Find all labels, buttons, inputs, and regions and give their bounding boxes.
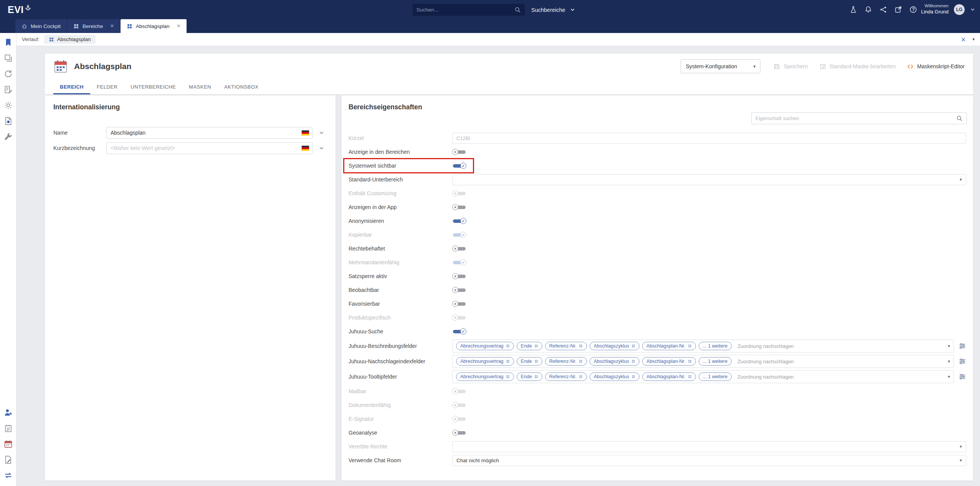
note-icon[interactable]: [4, 424, 13, 433]
juhuuu-beschreibungsfelder-field[interactable]: AbrechnungsvertragEndeReferenz-Nr.Abschl…: [452, 339, 954, 353]
anzeigen-in-der-app-toggle[interactable]: ×: [452, 204, 466, 211]
logo-text: EVI: [8, 4, 24, 15]
property-search-input[interactable]: [755, 115, 956, 121]
user-star-icon[interactable]: [4, 408, 13, 417]
config-dropdown[interactable]: System-Konfiguration ▾: [681, 59, 760, 73]
history-item-abschlagsplan[interactable]: Abschlagsplan: [44, 35, 96, 44]
tab-felder[interactable]: FELDER: [90, 79, 124, 94]
chip-referenz-nr[interactable]: Referenz-Nr.: [545, 357, 587, 366]
chevron-down-icon[interactable]: [319, 145, 324, 151]
juhuuu-tooltipfelder-field[interactable]: AbrechnungsvertragEndeReferenz-Nr.Abschl…: [452, 370, 954, 383]
avatar[interactable]: LG: [954, 4, 965, 15]
systemweit-sichtbar-toggle[interactable]: ✓: [452, 163, 466, 169]
chip-abrechnungsvertrag[interactable]: Abrechnungsvertrag: [456, 372, 514, 381]
maskenskript-editor-button[interactable]: Maskenskript-Editor: [907, 63, 965, 70]
chip-more[interactable]: ... 1 weitere: [699, 357, 732, 366]
tab-aktionsbox[interactable]: AKTIONSBOX: [218, 79, 265, 94]
favorisierbar-toggle[interactable]: ×: [452, 301, 466, 307]
standard-unterbereich-select[interactable]: ▾: [452, 174, 966, 185]
bookmark-icon[interactable]: [4, 38, 13, 47]
toggle-knob: ✓: [460, 259, 466, 265]
chip-abschlagszyklus[interactable]: Abschlagszyklus: [590, 342, 640, 350]
close-icon[interactable]: ×: [177, 23, 180, 29]
chip-more[interactable]: ... 1 weitere: [699, 342, 732, 350]
property-label: Satzsperre aktiv: [349, 273, 452, 279]
sliders-icon[interactable]: [959, 342, 966, 350]
user-menu-chevron-icon[interactable]: [970, 7, 975, 12]
calendar-icon[interactable]: [4, 440, 13, 448]
chip-ende[interactable]: Ende: [517, 357, 542, 366]
close-icon[interactable]: ×: [110, 23, 114, 29]
anonymisieren-toggle[interactable]: ✓: [452, 218, 466, 224]
toggle-knob: ×: [452, 388, 458, 394]
search-scope-dropdown[interactable]: Suchbereiche: [531, 4, 575, 16]
form-edit-icon[interactable]: [4, 85, 13, 94]
chip-more[interactable]: ... 1 weitere: [699, 372, 732, 381]
dokumentenfaehig-toggle: ×: [452, 402, 466, 409]
chip-abschlagszyklus[interactable]: Abschlagszyklus: [590, 357, 640, 366]
property-row-dokumentenfaehig: Dokumentenfähig×: [349, 398, 966, 412]
verwende-chat-room-select[interactable]: Chat nicht möglich▾: [452, 455, 966, 466]
search-icon[interactable]: [514, 7, 521, 13]
chip-abschlagszyklus[interactable]: Abschlagszyklus: [590, 372, 640, 381]
document-edit-icon[interactable]: [4, 455, 13, 464]
chip-referenz-nr[interactable]: Referenz-Nr.: [545, 372, 587, 381]
property-row-systemweit-sichtbar: Systemweit sichtbar✓: [349, 159, 966, 173]
rechtebehaftet-toggle[interactable]: ×: [452, 245, 466, 252]
tab-bereiche[interactable]: Bereiche×: [67, 19, 121, 33]
tab-masken[interactable]: MASKEN: [182, 79, 218, 94]
wrench-icon[interactable]: [4, 132, 13, 141]
geoanalyse-toggle[interactable]: ×: [452, 430, 466, 436]
tab-mein-cockpit[interactable]: Mein Cockpit: [15, 19, 67, 33]
sliders-icon[interactable]: [959, 373, 966, 381]
chevron-down-icon[interactable]: [319, 130, 324, 136]
chip-ende[interactable]: Ende: [517, 372, 542, 381]
chip-ende[interactable]: Ende: [517, 342, 542, 350]
sidebar: [0, 33, 17, 486]
history-icon[interactable]: [4, 69, 13, 78]
tab-abschlagsplan[interactable]: Abschlagsplan×: [121, 19, 187, 33]
toggle-knob: ✓: [460, 218, 466, 224]
help-icon[interactable]: [909, 6, 917, 13]
search-icon[interactable]: [956, 115, 963, 122]
chip-abrechnungsvertrag[interactable]: Abrechnungsvertrag: [456, 342, 514, 350]
chip-abrechnungsvertrag[interactable]: Abrechnungsvertrag: [456, 357, 514, 366]
sync-icon[interactable]: [4, 471, 13, 480]
tab-bereich[interactable]: BEREICH: [53, 79, 90, 94]
anzeige-in-den-bereichen-toggle[interactable]: ×: [452, 149, 466, 155]
property-row-favorisierbar: Favorisierbar×: [349, 297, 966, 311]
properties-list: KürzelAnzeige in den Bereichen×Systemwei…: [349, 131, 966, 467]
german-flag-icon[interactable]: [302, 146, 309, 151]
search-input[interactable]: [416, 7, 514, 13]
juhuuu-suche-toggle[interactable]: ✓: [452, 328, 466, 335]
beobachtbar-toggle[interactable]: ×: [452, 287, 466, 293]
toggle-knob: ✓: [460, 232, 466, 238]
chip-abschlagsplan-nr[interactable]: Abschlagsplan-Nr.: [642, 342, 696, 350]
property-row-beobachtbar: Beobachtbar×: [349, 283, 966, 297]
flask-icon[interactable]: [849, 6, 857, 13]
sidebar-bottom-group: [4, 408, 13, 480]
document-icon[interactable]: [4, 117, 13, 125]
chevron-down-icon[interactable]: ▾: [972, 37, 975, 42]
name-input[interactable]: [106, 127, 312, 139]
gear-icon[interactable]: [4, 101, 13, 110]
juhuuu-nachschlageindexfelder-field[interactable]: AbrechnungsvertragEndeReferenz-Nr.Abschl…: [452, 355, 954, 368]
copy-icon[interactable]: [4, 54, 13, 63]
satzsperre-aktiv-toggle[interactable]: ×: [452, 273, 466, 280]
chip-abschlagsplan-nr[interactable]: Abschlagsplan-Nr.: [642, 372, 696, 381]
chip-referenz-nr[interactable]: Referenz-Nr.: [545, 342, 587, 350]
german-flag-icon[interactable]: [302, 130, 309, 135]
grid-icon: [688, 344, 692, 348]
tab-label: Mein Cockpit: [31, 23, 61, 29]
bell-icon[interactable]: [864, 6, 872, 13]
mehrmandantenfaehig-toggle: ✓: [452, 259, 466, 266]
chip-abschlagsplan-nr[interactable]: Abschlagsplan-Nr.: [642, 357, 696, 366]
property-row-mehrmandantenfaehig: Mehrmandantenfähig✓: [349, 255, 966, 269]
tab-unterbereiche[interactable]: UNTERBEREICHE: [124, 79, 182, 94]
external-link-icon[interactable]: [894, 6, 902, 13]
kurzbezeichnung-input[interactable]: [106, 142, 312, 154]
sliders-icon[interactable]: [959, 357, 966, 365]
share-icon[interactable]: [879, 6, 887, 13]
sidebar-top-group: [4, 38, 13, 141]
close-icon[interactable]: ×: [961, 36, 966, 43]
